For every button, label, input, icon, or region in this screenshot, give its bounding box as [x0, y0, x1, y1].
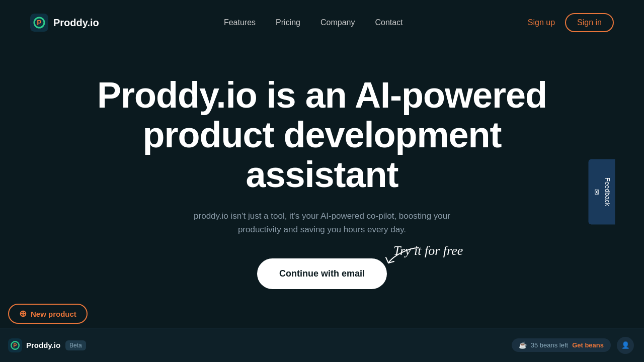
new-product-button[interactable]: ⊕ New product — [8, 304, 88, 324]
bottom-logo-area[interactable]: P Proddy.io — [8, 338, 60, 352]
navbar: P Proddy.io Features Pricing Company Con… — [0, 0, 644, 45]
nav-actions: Sign up Sign in — [528, 13, 614, 32]
logo-area[interactable]: P Proddy.io — [30, 14, 99, 32]
beans-area: ☕ 35 beans left Get beans — [512, 338, 611, 352]
user-icon: 👤 — [621, 341, 630, 349]
bottom-right: ☕ 35 beans left Get beans 👤 — [512, 337, 634, 354]
nav-features[interactable]: Features — [224, 18, 256, 27]
bottom-bar: P Proddy.io Beta ☕ 35 beans left Get bea… — [0, 328, 644, 362]
beans-count: 35 beans left — [531, 341, 568, 349]
cta-area: Continue with email Try it for free — [257, 258, 387, 289]
brand-name: Proddy.io — [53, 17, 99, 29]
logo-icon: P — [30, 14, 48, 32]
nav-contact[interactable]: Contact — [375, 18, 403, 27]
bean-icon: ☕ — [519, 341, 527, 349]
cta-button[interactable]: Continue with email — [257, 258, 387, 289]
svg-text:P: P — [13, 342, 17, 348]
feedback-icon: ✉ — [593, 189, 601, 195]
signup-button[interactable]: Sign up — [528, 18, 555, 27]
hero-title: Proddy.io is an AI-powered product devel… — [70, 75, 574, 195]
arrow-icon — [383, 245, 424, 265]
signin-button[interactable]: Sign in — [565, 13, 614, 32]
get-beans-link[interactable]: Get beans — [572, 341, 604, 349]
new-product-label: New product — [31, 310, 76, 318]
nav-pricing[interactable]: Pricing — [276, 18, 300, 27]
nav-links: Features Pricing Company Contact — [224, 18, 403, 27]
bottom-left: P Proddy.io Beta — [8, 338, 86, 352]
beta-badge: Beta — [65, 340, 86, 350]
hero-section: Proddy.io is an AI-powered product devel… — [0, 45, 644, 289]
feedback-tab[interactable]: Feedback ✉ — [589, 159, 615, 225]
hero-subtitle: proddy.io isn't just a tool, it's your A… — [191, 209, 453, 236]
bottom-logo-icon: P — [8, 338, 22, 352]
nav-company[interactable]: Company — [320, 18, 355, 27]
svg-text:P: P — [37, 19, 41, 27]
plus-icon: ⊕ — [19, 309, 27, 318]
try-annotation: Try it for free — [393, 243, 463, 258]
feedback-label: Feedback — [604, 177, 611, 206]
bottom-brand-name: Proddy.io — [26, 341, 60, 349]
user-icon-button[interactable]: 👤 — [617, 337, 634, 354]
